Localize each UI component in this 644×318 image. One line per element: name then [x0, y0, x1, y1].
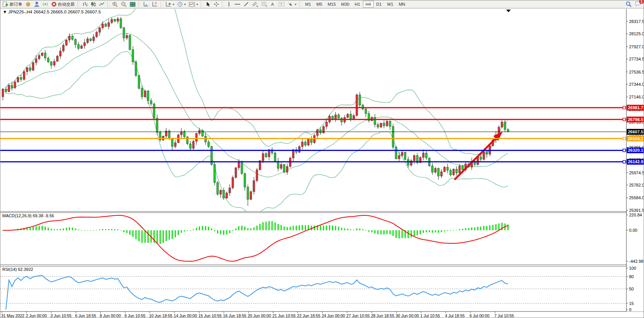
- candlestick-chart-button[interactable]: [89, 1, 98, 8]
- candle-body: [292, 150, 294, 158]
- macd-histogram-bar: [175, 230, 176, 237]
- line-chart-button[interactable]: [98, 1, 106, 8]
- signals-icon: [42, 2, 48, 7]
- macd-histogram-bar: [160, 230, 161, 244]
- macd-histogram-bar: [169, 230, 170, 240]
- macd-histogram-bar: [57, 229, 58, 230]
- profile-button[interactable]: [33, 1, 41, 8]
- shapes-button[interactable]: ▾: [286, 1, 298, 8]
- macd-histogram-bar: [217, 230, 218, 234]
- macd-histogram-bar: [423, 230, 424, 233]
- macd-histogram-bar: [284, 226, 285, 230]
- price-tag-label: 26503.2: [628, 136, 643, 141]
- timeframe-button-H1[interactable]: H1: [352, 1, 363, 8]
- candle-body: [32, 62, 34, 70]
- candle-body: [425, 153, 427, 158]
- trendline-button[interactable]: [242, 1, 250, 8]
- auto-scroll-button[interactable]: [142, 1, 150, 8]
- candle-body: [174, 143, 176, 146]
- macd-histogram-bar: [120, 230, 121, 231]
- toolbar-grip: [107, 2, 110, 7]
- candle-body: [14, 82, 16, 88]
- vertical-line-button[interactable]: [225, 1, 233, 8]
- macd-scale-label: -442.98: [629, 259, 643, 264]
- candle-body: [208, 142, 209, 147]
- search-icon[interactable]: [626, 1, 632, 7]
- periods-button[interactable]: ▾: [176, 1, 187, 8]
- toolbar-grip: [77, 2, 80, 7]
- candle-body: [93, 37, 95, 41]
- time-tick-label: 2 Jun 00:00: [26, 313, 47, 318]
- candle-body: [11, 85, 13, 88]
- signals-button[interactable]: [41, 1, 50, 8]
- auto-trading-button[interactable]: 自动交易: [50, 1, 76, 8]
- price-tag-label: 26981.7: [628, 105, 643, 110]
- auto-trading-label: 自动交易: [58, 2, 75, 7]
- chart-canvas[interactable]: 28317.528125.027927.027734.527536.527344…: [0, 8, 644, 318]
- fibonacci-button[interactable]: F: [260, 1, 269, 8]
- bar-chart-icon: [82, 2, 88, 7]
- time-tick-label: 22 Jun 18:55: [297, 313, 320, 318]
- chart-shift-button[interactable]: [150, 1, 159, 8]
- candle-body: [443, 167, 445, 172]
- macd-histogram-bar: [136, 230, 137, 239]
- svg-text:F: F: [266, 5, 267, 7]
- candle-body: [114, 20, 116, 21]
- bar-chart-button[interactable]: [81, 1, 89, 8]
- zoom-out-button[interactable]: [119, 1, 128, 8]
- candle-body: [392, 126, 394, 147]
- mt4-window: 新订单 自动交易: [0, 0, 644, 318]
- price-tick-label: 25584.0: [629, 195, 644, 200]
- crosshair-button[interactable]: [212, 1, 221, 8]
- market-watch-button[interactable]: [24, 1, 33, 8]
- candle-body: [180, 132, 182, 135]
- timeframe-button-H4[interactable]: H4: [363, 1, 374, 8]
- candle-body: [96, 32, 98, 37]
- candle-body: [190, 144, 191, 149]
- macd-histogram-bar: [72, 228, 73, 230]
- candle-body: [232, 177, 234, 188]
- candle-body: [280, 164, 282, 168]
- clock-icon: [177, 2, 183, 7]
- macd-histogram-bar: [275, 222, 276, 230]
- horizontal-line-button[interactable]: [233, 1, 242, 8]
- macd-histogram-bar: [126, 230, 127, 233]
- cursor-button[interactable]: [204, 1, 212, 8]
- notifications-button[interactable]: 1: [635, 1, 641, 8]
- candle-body: [241, 162, 243, 174]
- templates-button[interactable]: ▾: [187, 1, 199, 8]
- candle-body: [193, 141, 195, 149]
- tile-windows-button[interactable]: [128, 1, 137, 8]
- timeframe-button-M15[interactable]: M15: [325, 1, 338, 8]
- zoom-in-button[interactable]: [111, 1, 119, 8]
- equidistant-channel-button[interactable]: E: [250, 1, 260, 8]
- text-label-button[interactable]: T: [277, 1, 286, 8]
- macd-histogram-bar: [480, 227, 481, 230]
- time-tick-label: 6 Jun 18:55: [75, 313, 96, 318]
- text-button[interactable]: A: [269, 1, 277, 8]
- indicators-button[interactable]: ▾: [164, 1, 176, 8]
- timeframe-button-W1[interactable]: W1: [384, 1, 396, 8]
- toolbar-grip: [160, 2, 163, 7]
- macd-histogram-bar: [257, 226, 258, 230]
- macd-histogram-bar: [223, 230, 224, 235]
- candle-body: [147, 91, 149, 100]
- timeframe-button-M30[interactable]: M30: [338, 1, 352, 8]
- chart-shift-icon: [152, 2, 158, 7]
- macd-histogram-bar: [417, 230, 418, 236]
- timeframe-button-M1[interactable]: M1: [302, 1, 314, 8]
- candle-body: [80, 46, 82, 49]
- new-order-button[interactable]: 新订单: [1, 1, 24, 8]
- candle-body: [441, 172, 443, 176]
- candle-body: [432, 166, 433, 172]
- macd-histogram-bar: [235, 228, 236, 230]
- timeframe-button-MN[interactable]: MN: [396, 1, 408, 8]
- candle-body: [129, 36, 131, 50]
- price-tick-label: 27344.0: [629, 82, 644, 87]
- timeframe-button-M5[interactable]: M5: [314, 1, 325, 8]
- macd-scale-label: 220.84: [629, 213, 642, 217]
- candle-body: [311, 139, 312, 143]
- time-tick-label: 28 Jun 18:55: [371, 313, 394, 318]
- timeframe-button-D1[interactable]: D1: [374, 1, 384, 8]
- macd-histogram-bar: [108, 229, 110, 230]
